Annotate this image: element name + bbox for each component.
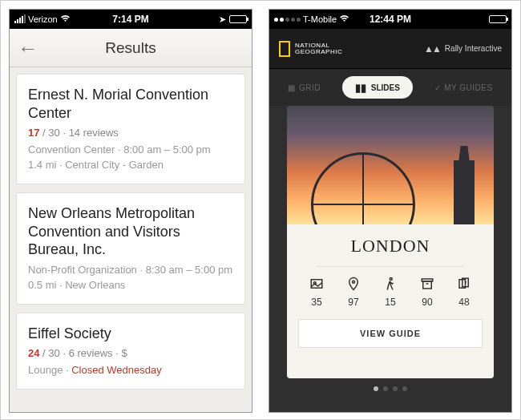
slide-image xyxy=(287,106,494,224)
result-card[interactable]: Ernest N. Morial Convention Center 17 / … xyxy=(16,74,245,184)
page-dot xyxy=(402,386,407,391)
page-dot xyxy=(383,386,388,391)
svg-point-3 xyxy=(390,278,392,281)
check-icon: ✓ xyxy=(434,83,442,92)
result-meta-1: Non-Profit Organization · 8:30 am – 5:00… xyxy=(28,264,233,276)
app-header: NATIONALGEOGRAPHIC ▲▲ Rally Interactive xyxy=(269,29,511,69)
natgeo-border-icon xyxy=(279,41,290,57)
stat-walks[interactable]: 15 xyxy=(383,277,398,308)
rating-max: / 30 xyxy=(42,347,60,359)
clock: 7:14 PM xyxy=(112,14,148,25)
ferris-wheel-silhouette xyxy=(311,152,415,224)
reviews-count: 14 reviews xyxy=(69,127,119,139)
result-meta-1: Convention Center · 8:00 am – 5:00 pm xyxy=(28,143,233,155)
result-meta-2: 1.4 mi · Central City - Garden xyxy=(28,159,233,171)
navbar: ← Results xyxy=(10,29,252,67)
rating-max: / 30 xyxy=(42,127,60,139)
battery-icon xyxy=(489,15,507,23)
photo-icon xyxy=(309,277,324,294)
rating-value: 24 xyxy=(28,347,39,359)
partner-label[interactable]: ▲▲ Rally Interactive xyxy=(424,43,502,55)
result-meta-2: 0.5 mi · New Orleans xyxy=(28,279,233,291)
slide-title: LONDON xyxy=(351,236,430,256)
grid-icon: ▦ xyxy=(288,83,296,92)
phone-results: Verizon 7:14 PM ➤ ← Results Ernest N. Mo… xyxy=(9,9,252,413)
view-guide-button[interactable]: VIEW GUIDE xyxy=(298,319,483,348)
results-list[interactable]: Ernest N. Morial Convention Center 17 / … xyxy=(10,67,252,412)
rating-value: 17 xyxy=(28,127,39,139)
page-dot-active xyxy=(374,386,378,391)
natgeo-logo[interactable]: NATIONALGEOGRAPHIC xyxy=(279,41,342,57)
carrier-label: T-Mobile xyxy=(303,14,337,24)
svg-text:?: ? xyxy=(464,281,467,285)
carrier-label: Verizon xyxy=(28,14,58,24)
page-dot xyxy=(393,386,398,391)
signal-icon xyxy=(14,15,26,23)
result-rating: 24 / 30 · 6 reviews · $ xyxy=(28,347,233,359)
stat-tips[interactable]: ? 48 xyxy=(457,277,471,308)
location-icon: ➤ xyxy=(219,14,226,25)
svg-point-2 xyxy=(353,281,355,283)
battery-icon xyxy=(229,15,247,23)
clock: 12:44 PM xyxy=(370,14,411,25)
stat-photos[interactable]: 35 xyxy=(309,277,324,308)
result-title: New Orleans Metropolitan Convention and … xyxy=(28,204,233,259)
stat-places[interactable]: 97 xyxy=(346,277,361,308)
result-card[interactable]: New Orleans Metropolitan Convention and … xyxy=(16,192,245,305)
divider xyxy=(317,266,464,267)
stat-row: 35 97 15 90 xyxy=(298,277,483,308)
archive-icon xyxy=(420,277,434,294)
statusbar: Verizon 7:14 PM ➤ xyxy=(10,10,252,29)
cards-icon: ? xyxy=(457,277,471,294)
wifi-icon xyxy=(339,14,349,24)
stat-archive[interactable]: 90 xyxy=(420,277,434,308)
closed-label: Closed Wednesday xyxy=(71,364,162,376)
result-meta-1: Lounge · Closed Wednesday xyxy=(28,364,233,376)
tab-myguides[interactable]: ✓ MY GUIDES xyxy=(434,83,493,92)
result-title: Eiffel Society xyxy=(28,325,233,343)
result-rating: 17 / 30 · 14 reviews xyxy=(28,127,233,139)
walk-icon xyxy=(383,277,398,294)
back-button[interactable]: ← xyxy=(18,35,38,60)
wifi-icon xyxy=(60,14,71,24)
phone-guide: T-Mobile 12:44 PM NATIONALGEOGRAPHIC ▲▲ … xyxy=(269,9,512,413)
result-card[interactable]: Eiffel Society 24 / 30 · 6 reviews · $ L… xyxy=(16,313,245,390)
tab-grid[interactable]: ▦ GRID xyxy=(288,83,321,92)
reviews-count: 6 reviews xyxy=(69,347,113,359)
guide-slide[interactable]: LONDON 35 97 xyxy=(287,106,494,378)
pin-icon xyxy=(346,277,361,294)
big-ben-silhouette xyxy=(454,160,475,224)
page-title: Results xyxy=(105,39,155,57)
price-label: $ xyxy=(121,347,127,359)
slides-icon: ▮▮ xyxy=(355,82,366,94)
view-tabs: ▦ GRID ▮▮ SLIDES ✓ MY GUIDES xyxy=(269,69,511,106)
rally-icon: ▲▲ xyxy=(424,43,440,55)
slide-body: LONDON 35 97 xyxy=(287,224,494,378)
statusbar: T-Mobile 12:44 PM xyxy=(269,10,511,29)
signal-dots-icon xyxy=(274,18,301,22)
page-indicator xyxy=(269,386,511,391)
tab-slides[interactable]: ▮▮ SLIDES xyxy=(342,76,413,99)
svg-rect-5 xyxy=(423,281,432,289)
result-title: Ernest N. Morial Convention Center xyxy=(28,86,233,122)
